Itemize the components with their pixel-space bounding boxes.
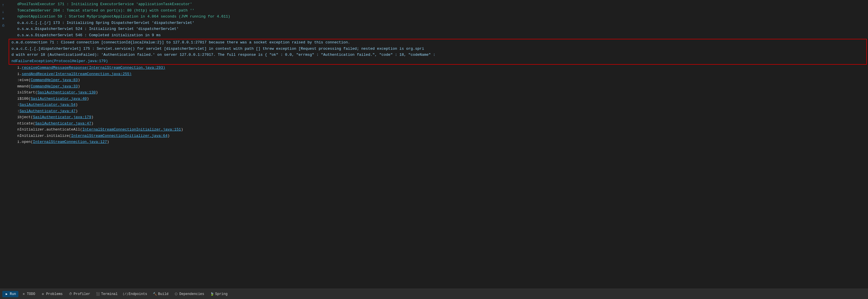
- build-label: Build: [158, 292, 168, 296]
- log-line-highlighted: o.m.d.connection 71 : Closed connection …: [9, 39, 866, 46]
- error-highlight-box: o.m.d.connection 71 : Closed connection …: [9, 39, 867, 65]
- log-text: ): [107, 139, 109, 145]
- log-text: ): [91, 121, 93, 126]
- log-text: TomcatWebServer 204 : Tomcat started on …: [17, 8, 194, 13]
- log-text: ): [75, 102, 78, 108]
- log-link[interactable]: SaslAuthenticator.java:40: [31, 96, 87, 102]
- log-text: o.m.d.connection 71 : Closed connection …: [11, 40, 350, 46]
- log-link[interactable]: InternalStreamConnection.java:127: [33, 139, 107, 145]
- toolbar-build[interactable]: 🔨 Build: [151, 291, 171, 297]
- dependencies-label: Dependencies: [179, 292, 204, 296]
- log-line: nInitializer.authenticateAll(InternalStr…: [9, 126, 868, 133]
- log-text: ): [181, 127, 183, 132]
- log-line: dPoolTaskExecutor 171 : Initializing Exe…: [9, 1, 868, 7]
- log-text: ): [78, 84, 80, 89]
- down-arrow-icon[interactable]: ↓: [0, 9, 6, 15]
- log-line-highlighted: d with error 18 (AuthenticationFailed): …: [9, 52, 866, 58]
- run-label: Run: [10, 292, 16, 296]
- log-text: ): [167, 133, 170, 139]
- log-text: i$100(: [17, 96, 31, 102]
- log-line: islStart(SaslAuthenticator.java:130): [9, 89, 868, 96]
- log-text: ): [78, 77, 80, 83]
- toolbar-problems[interactable]: ⊙ Problems: [38, 291, 65, 297]
- log-text: nticate(: [17, 121, 35, 126]
- log-line: o.s.w.s.DispatcherServlet 546 : Complete…: [9, 32, 868, 38]
- log-text: mmand(: [17, 84, 31, 89]
- log-link[interactable]: SaslAuthenticator.java:130: [37, 90, 96, 95]
- log-text: i.: [17, 71, 22, 77]
- endpoints-label: Endpoints: [128, 292, 147, 296]
- log-text: :: [17, 102, 20, 108]
- log-link[interactable]: SaslAuthenticator.java:47: [20, 109, 75, 114]
- problems-label: Problems: [46, 292, 63, 296]
- log-container: ↑ ↓ ≡ ⎙ dPoolTaskExecutor 171 : Initiali…: [0, 0, 868, 289]
- toolbar-spring[interactable]: 🍃 Spring: [208, 291, 230, 297]
- log-text: nInitializer.initialize(: [17, 133, 71, 139]
- log-text: ): [91, 114, 93, 120]
- log-text: dPoolTaskExecutor 171 : Initializing Exe…: [17, 1, 192, 7]
- log-line: mmand(CommandHelper.java:33): [9, 83, 868, 90]
- log-text: ): [96, 90, 98, 95]
- terminal-label: Terminal: [101, 292, 118, 296]
- build-icon: 🔨: [153, 292, 157, 296]
- log-text: :: [17, 109, 20, 114]
- log-link[interactable]: SaslAuthenticator.java:54: [20, 102, 75, 108]
- log-line: i$100(SaslAuthenticator.java:40): [9, 96, 868, 102]
- toolbar-terminal[interactable]: ⬛ Terminal: [94, 291, 120, 297]
- spring-icon: 🍃: [210, 292, 214, 296]
- toolbar-dependencies[interactable]: ⬡ Dependencies: [172, 291, 206, 297]
- log-text: o.a.c.C.[.[.[dispatcherServlet] 175 : Se…: [11, 46, 424, 52]
- toolbar-todo[interactable]: ≡ TODO: [20, 291, 38, 297]
- todo-label: TODO: [27, 292, 35, 296]
- log-line: ngbootApplication 59 : Started MySpringb…: [9, 13, 868, 20]
- log-text: nInitializer.authenticateAll(: [17, 127, 82, 132]
- log-text: ibject(: [17, 114, 33, 120]
- log-link[interactable]: InternalStreamConnectionInitializer.java…: [82, 127, 181, 132]
- lines-icon[interactable]: ≡: [0, 16, 6, 22]
- terminal-icon: ⬛: [96, 292, 100, 296]
- log-text: o.a.c.C.[.[.[/] 173 : Initializing Sprin…: [17, 20, 194, 26]
- log-text: ): [87, 96, 89, 102]
- profiler-label: Profiler: [73, 292, 90, 296]
- log-link[interactable]: SaslAuthenticator.java:179: [33, 114, 91, 120]
- toolbar-endpoints[interactable]: ⟨/⟩ Endpoints: [121, 291, 150, 297]
- log-line: TomcatWebServer 204 : Tomcat started on …: [9, 7, 868, 14]
- log-link[interactable]: receiveCommandMessageResponse(InternalSt…: [22, 65, 165, 71]
- print-icon[interactable]: ⎙: [0, 23, 6, 29]
- log-text: ndFailureException(ProtocolHelper.java:1…: [11, 58, 108, 64]
- log-link[interactable]: CommandHelper.java:33: [31, 84, 78, 89]
- toolbar-profiler[interactable]: ⏱ Profiler: [66, 291, 93, 297]
- log-text: d with error 18 (AuthenticationFailed): …: [11, 52, 435, 58]
- log-link[interactable]: SaslAuthenticator.java:47: [35, 121, 91, 126]
- log-line: :eive(CommandHelper.java:83): [9, 77, 868, 83]
- log-line: nticate(SaslAuthenticator.java:47): [9, 120, 868, 127]
- log-text: o.s.w.s.DispatcherServlet 546 : Complete…: [17, 32, 161, 38]
- log-line: i.receiveCommandMessageResponse(Internal…: [9, 65, 868, 71]
- spring-label: Spring: [215, 292, 228, 296]
- log-line-highlighted: ndFailureException(ProtocolHelper.java:1…: [9, 58, 866, 64]
- log-link[interactable]: sendAndReceive(InternalStreamConnection.…: [22, 71, 132, 77]
- run-icon: ▶: [5, 292, 9, 296]
- log-line-highlighted: o.a.c.C.[.[.[dispatcherServlet] 175 : Se…: [9, 46, 866, 52]
- log-text: ): [75, 109, 78, 114]
- log-line: i.open(InternalStreamConnection.java:127…: [9, 139, 868, 145]
- log-line: nInitializer.initialize(InternalStreamCo…: [9, 133, 868, 139]
- up-arrow-icon[interactable]: ↑: [0, 2, 6, 8]
- log-text: islStart(: [17, 90, 37, 95]
- log-line: o.a.c.C.[.[.[/] 173 : Initializing Sprin…: [9, 20, 868, 26]
- log-text: i.open(: [17, 139, 33, 145]
- log-line: ibject(SaslAuthenticator.java:179): [9, 114, 868, 120]
- profiler-icon: ⏱: [68, 292, 72, 296]
- log-text: ngbootApplication 59 : Started MySpringb…: [17, 14, 230, 20]
- log-link[interactable]: CommandHelper.java:83: [31, 77, 78, 83]
- log-link[interactable]: InternalStreamConnectionInitializer.java…: [71, 133, 167, 139]
- problems-icon: ⊙: [41, 292, 45, 296]
- log-line: :SaslAuthenticator.java:47): [9, 108, 868, 114]
- todo-icon: ≡: [22, 292, 26, 296]
- endpoints-icon: ⟨/⟩: [123, 292, 127, 296]
- log-line: o.s.w.s.DispatcherServlet 524 : Initiali…: [9, 26, 868, 32]
- log-line: :SaslAuthenticator.java:54): [9, 102, 868, 108]
- toolbar-run[interactable]: ▶ Run: [2, 291, 19, 297]
- log-text: o.s.w.s.DispatcherServlet 524 : Initiali…: [17, 26, 179, 32]
- bottom-toolbar: ▶ Run ≡ TODO ⊙ Problems ⏱ Profiler ⬛ Ter…: [0, 289, 868, 299]
